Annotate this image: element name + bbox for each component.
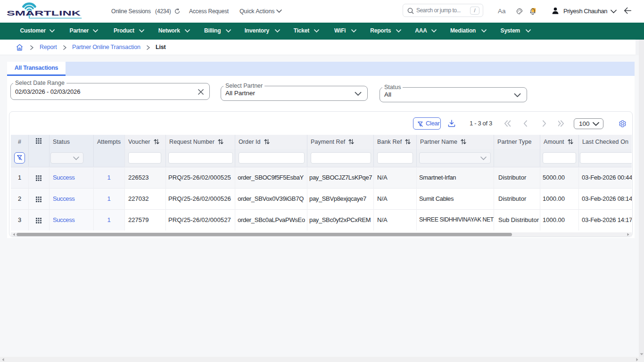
- svg-text:SMARTLINK: SMARTLINK: [7, 9, 81, 17]
